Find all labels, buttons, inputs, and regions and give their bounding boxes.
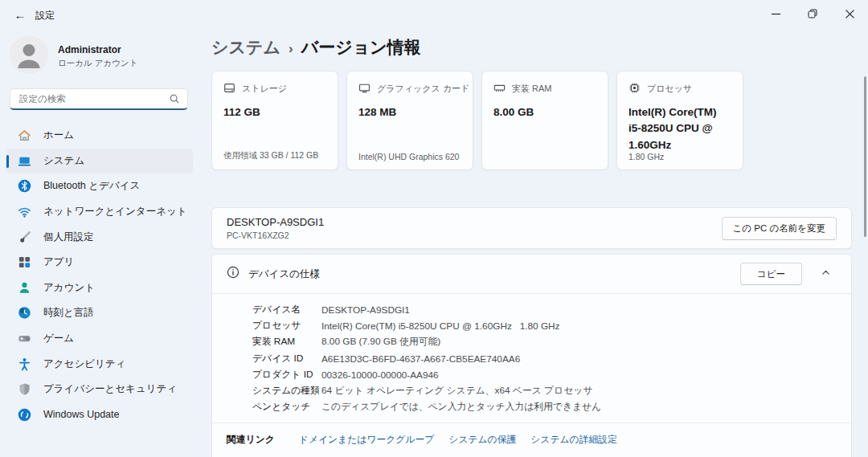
sidebar-nav: ホーム システム Bluetooth とデバイス ネットワークとインターネット … (6, 123, 193, 427)
spec-label: デバイス ID (252, 353, 321, 365)
link-system-protection[interactable]: システムの保護 (448, 434, 516, 447)
breadcrumb: システム › バージョン情報 (211, 36, 421, 59)
user-account[interactable]: Administrator ローカル アカウント (10, 35, 137, 77)
spec-row-device-name: デバイス名 DESKTOP-A9SDGI1 (252, 302, 851, 318)
spec-row-processor: プロセッサ Intel(R) Core(TM) i5-8250U CPU @ 1… (252, 318, 851, 334)
sidebar-item-label: アカウント (43, 281, 95, 295)
vertical-scrollbar[interactable] (864, 76, 866, 237)
graphics-card-icon (358, 82, 371, 96)
device-specs-header[interactable]: デバイスの仕様 コピー (212, 255, 851, 294)
storage-icon (223, 82, 235, 96)
spec-label: プロダクト ID (252, 369, 321, 382)
spec-value: 8.00 GB (7.90 GB 使用可能) (321, 336, 440, 349)
spec-value: 64 ビット オペレーティング システム、x64 ベース プロセッサ (321, 385, 592, 398)
breadcrumb-separator: › (289, 41, 293, 57)
sidebar-item-privacy-security[interactable]: プライバシーとセキュリティ (6, 377, 193, 402)
sidebar-item-label: アプリ (43, 255, 74, 269)
system-icon (17, 154, 31, 168)
sidebar-item-system[interactable]: システム (6, 149, 193, 174)
rename-pc-button[interactable]: この PC の名前を変更 (722, 217, 837, 240)
card-footer: 使用領域 33 GB / 112 GB (223, 150, 318, 161)
breadcrumb-system[interactable]: システム (211, 36, 280, 59)
device-specs-list: デバイス名 DESKTOP-A9SDGI1 プロセッサ Intel(R) Cor… (212, 294, 851, 415)
link-domain-workgroup[interactable]: ドメインまたはワークグループ (299, 434, 434, 447)
ram-icon (493, 82, 506, 96)
spec-row-ram: 実装 RAM 8.00 GB (7.90 GB 使用可能) (252, 334, 851, 350)
spec-value: DESKTOP-A9SDGI1 (321, 304, 410, 316)
windows-update-icon (17, 408, 31, 422)
settings-search (10, 88, 188, 110)
home-icon (17, 129, 31, 142)
sidebar-item-label: Windows Update (43, 409, 120, 420)
personalization-icon (17, 231, 31, 244)
close-button[interactable] (831, 0, 868, 28)
device-name: DESKTOP-A9SDGI1 (227, 216, 324, 228)
user-account-type: ローカル アカウント (58, 58, 137, 69)
sidebar: Administrator ローカル アカウント ホーム システム Blueto… (0, 29, 201, 457)
card-value: Intel(R) Core(TM) i5-8250U CPU @ 1.60GHz (628, 104, 731, 153)
device-model: PC-VKT16XZG2 (227, 231, 289, 240)
card-value: 8.00 GB (493, 104, 596, 120)
ram-card: 実装 RAM 8.00 GB (481, 71, 608, 170)
selection-accent-bar (6, 155, 9, 168)
spec-label: デバイス名 (252, 304, 321, 316)
spec-row-pen-touch: ペンとタッチ このディスプレイでは、ペン入力とタッチ入力は利用できません (252, 399, 851, 415)
link-advanced-system-settings[interactable]: システムの詳細設定 (530, 434, 617, 447)
collapse-chevron[interactable] (814, 263, 837, 285)
spec-value: 00326-10000-00000-AA946 (321, 369, 439, 381)
sidebar-item-label: ゲーム (43, 332, 74, 345)
graphics-card: グラフィックス カード 128 MB Intel(R) UHD Graphics… (346, 71, 473, 170)
spec-row-system-type: システムの種類 64 ビット オペレーティング システム、x64 ベース プロセ… (252, 383, 851, 399)
back-button[interactable]: ← (10, 4, 31, 25)
sidebar-item-label: 個人用設定 (43, 231, 94, 244)
settings-window: ← 設定 Administrator ローカル アカウント (0, 0, 868, 457)
sidebar-item-time-language[interactable]: 時刻と言語 (6, 300, 193, 326)
accessibility-icon (17, 357, 31, 371)
spec-label: プロセッサ (252, 320, 321, 333)
titlebar: ← 設定 (0, 0, 868, 29)
sidebar-item-gaming[interactable]: ゲーム (6, 326, 193, 352)
sidebar-item-label: Bluetooth とデバイス (43, 179, 140, 193)
sidebar-item-label: ホーム (43, 129, 74, 142)
summary-cards: ストレージ 112 GB 使用領域 33 GB / 112 GB グラフィックス… (211, 71, 743, 170)
related-links: 関連リンク ドメインまたはワークグループ システムの保護 システムの詳細設定 (212, 422, 851, 447)
sidebar-item-label: アクセシビリティ (43, 357, 125, 371)
network-icon (17, 205, 31, 218)
device-name-banner: DESKTOP-A9SDGI1 PC-VKT16XZG2 この PC の名前を変… (211, 207, 852, 249)
gaming-icon (17, 332, 31, 345)
chevron-up-icon (821, 267, 831, 281)
sidebar-item-label: システム (43, 154, 84, 168)
spec-value: このディスプレイでは、ペン入力とタッチ入力は利用できません (321, 401, 601, 414)
page-title: バージョン情報 (301, 36, 421, 59)
user-name: Administrator (58, 44, 137, 55)
window-title: 設定 (35, 9, 55, 22)
close-icon (845, 7, 854, 22)
sidebar-item-windows-update[interactable]: Windows Update (6, 402, 193, 428)
search-icon (169, 93, 180, 104)
storage-card: ストレージ 112 GB 使用領域 33 GB / 112 GB (211, 71, 338, 170)
card-value: 112 GB (223, 104, 326, 120)
apps-icon (17, 255, 31, 269)
card-label: 実装 RAM (512, 83, 552, 95)
spec-label: ペンとタッチ (252, 401, 321, 414)
sidebar-item-accessibility[interactable]: アクセシビリティ (6, 351, 193, 377)
sidebar-item-home[interactable]: ホーム (6, 123, 193, 149)
minimize-button[interactable] (757, 0, 794, 28)
related-links-label: 関連リンク (227, 434, 275, 447)
minimize-icon (772, 7, 780, 22)
sidebar-item-bluetooth-devices[interactable]: Bluetooth とデバイス (6, 173, 193, 199)
sidebar-item-apps[interactable]: アプリ (6, 250, 193, 275)
sidebar-item-network-internet[interactable]: ネットワークとインターネット (6, 199, 193, 225)
card-footer: 1.80 GHz (628, 152, 664, 161)
sidebar-item-label: プライバシーとセキュリティ (43, 382, 177, 396)
privacy-icon (17, 382, 31, 396)
sidebar-item-label: ネットワークとインターネット (43, 205, 187, 218)
restore-button[interactable] (794, 0, 831, 28)
copy-button[interactable]: コピー (740, 263, 802, 285)
sidebar-item-accounts[interactable]: アカウント (6, 275, 193, 301)
time-language-icon (17, 306, 31, 320)
processor-card: プロセッサ Intel(R) Core(TM) i5-8250U CPU @ 1… (616, 71, 743, 170)
sidebar-item-personalization[interactable]: 個人用設定 (6, 224, 193, 250)
search-input[interactable] (10, 94, 169, 104)
section-title: デバイスの仕様 (248, 267, 320, 281)
